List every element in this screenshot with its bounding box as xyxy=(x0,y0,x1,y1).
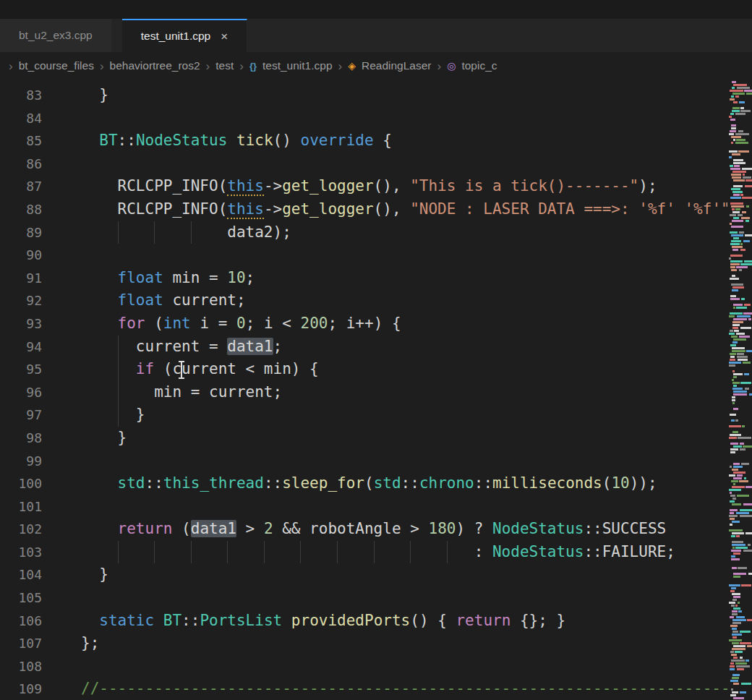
breadcrumb: ›bt_course_files›behaviortree_ros2›test›… xyxy=(0,52,752,80)
vscode-window: bt_u2_ex3.cpp test_unit1.cpp × ›bt_cours… xyxy=(0,0,752,700)
code-line-83[interactable]: 83 } xyxy=(0,84,727,107)
line-number: 106 xyxy=(0,610,42,633)
code-line-84[interactable]: 84 xyxy=(0,107,727,130)
line-number: 105 xyxy=(0,586,42,610)
breadcrumb-item-bt_course_files[interactable]: bt_course_files xyxy=(19,59,94,72)
code-line-108[interactable]: 108 xyxy=(0,655,727,678)
line-number: 83 xyxy=(0,84,42,107)
close-tab-icon[interactable]: × xyxy=(221,30,228,43)
indent-guide xyxy=(118,541,119,564)
code-line-90[interactable]: 90 xyxy=(0,244,727,267)
indent-guide xyxy=(447,541,448,564)
indent-guide xyxy=(118,381,119,404)
line-number: 84 xyxy=(0,107,42,130)
cpp-file-icon: {} xyxy=(249,61,257,71)
class-icon: ◈ xyxy=(348,61,356,71)
code-line-99[interactable]: 99 xyxy=(0,450,727,473)
line-number: 88 xyxy=(0,198,42,221)
code-line-107[interactable]: 107}; xyxy=(0,632,727,655)
chevron-right-icon: › xyxy=(338,60,343,72)
code-line-100[interactable]: 100 std::this_thread::sleep_for(std::chr… xyxy=(0,472,727,495)
indent-guide xyxy=(337,541,338,564)
tab-label: bt_u2_ex3.cpp xyxy=(19,29,93,42)
line-number: 101 xyxy=(0,495,42,518)
indent-guide xyxy=(118,404,119,427)
tab-bt_u2_ex3[interactable]: bt_u2_ex3.cpp xyxy=(0,19,112,52)
breadcrumb-item-test[interactable]: test xyxy=(215,59,234,72)
code-line-97[interactable]: 97 } xyxy=(0,404,727,427)
breadcrumb-item-topic_c[interactable]: topic_c xyxy=(461,59,497,72)
line-number: 90 xyxy=(0,244,42,267)
code-line-98[interactable]: 98 } xyxy=(0,427,727,450)
line-number: 92 xyxy=(0,289,42,312)
code-line-85[interactable]: 85 BT::NodeStatus tick() override { xyxy=(0,129,727,153)
indent-guide xyxy=(118,221,119,244)
line-number: 86 xyxy=(0,153,42,176)
minimap[interactable] xyxy=(727,80,752,700)
code-line-96[interactable]: 96 min = current; xyxy=(0,381,727,404)
indent-guide xyxy=(264,541,265,564)
line-number: 104 xyxy=(0,563,42,586)
line-number: 108 xyxy=(0,655,42,678)
code-line-104[interactable]: 104 } xyxy=(0,563,727,586)
code-line-86[interactable]: 86 xyxy=(0,153,727,176)
code-line-109[interactable]: 109//-----------------------------------… xyxy=(0,678,727,700)
line-number: 93 xyxy=(0,312,42,336)
code-line-92[interactable]: 92 float current; xyxy=(0,289,727,312)
line-number: 107 xyxy=(0,632,42,655)
code-line-105[interactable]: 105 xyxy=(0,586,727,610)
line-number: 94 xyxy=(0,336,42,359)
code-line-87[interactable]: 87 RCLCPP_INFO(this->get_logger(), "This… xyxy=(0,175,727,198)
indent-guide xyxy=(118,358,119,381)
code-line-103[interactable]: 103 : NodeStatus::FAILURE; xyxy=(0,541,727,564)
line-number: 103 xyxy=(0,541,42,564)
indent-guide xyxy=(191,221,192,244)
line-number: 98 xyxy=(0,427,42,450)
chevron-right-icon: › xyxy=(437,60,442,72)
indent-guide xyxy=(154,541,155,564)
indent-guide xyxy=(300,541,301,564)
code-line-102[interactable]: 102 return (data1 > 2 && robotAngle > 18… xyxy=(0,518,727,541)
line-number: 87 xyxy=(0,175,42,198)
code-line-106[interactable]: 106 static BT::PortsList providedPorts()… xyxy=(0,610,727,633)
line-number: 109 xyxy=(0,678,42,700)
chevron-right-icon: › xyxy=(239,60,244,72)
code-area[interactable]: 83 }8485 BT::NodeStatus tick() override … xyxy=(0,80,727,700)
indent-guide xyxy=(118,336,119,359)
breadcrumb-item-behaviortree_ros2[interactable]: behaviortree_ros2 xyxy=(110,59,200,72)
line-number: 102 xyxy=(0,518,42,541)
code-line-88[interactable]: 88 RCLCPP_INFO(this->get_logger(), "NODE… xyxy=(0,198,727,221)
chevron-right-icon: › xyxy=(206,60,210,72)
field-icon: ◎ xyxy=(447,61,456,71)
indent-guide xyxy=(191,541,192,564)
line-number: 91 xyxy=(0,267,42,290)
line-number: 99 xyxy=(0,450,42,473)
code-line-94[interactable]: 94 current = data1; xyxy=(0,336,727,359)
line-number: 89 xyxy=(0,221,42,244)
title-bar xyxy=(0,0,752,19)
line-number: 100 xyxy=(0,472,42,495)
line-number: 85 xyxy=(0,129,42,153)
tab-bar: bt_u2_ex3.cpp test_unit1.cpp × xyxy=(0,19,752,52)
tab-test_unit1[interactable]: test_unit1.cpp × xyxy=(122,19,247,52)
code-line-91[interactable]: 91 float min = 10; xyxy=(0,267,727,290)
code-line-93[interactable]: 93 for (int i = 0; i < 200; i++) { xyxy=(0,312,727,336)
mouse-ibeam-cursor xyxy=(181,362,182,377)
line-number: 96 xyxy=(0,381,42,404)
editor: 83 }8485 BT::NodeStatus tick() override … xyxy=(0,80,752,700)
code-line-101[interactable]: 101 xyxy=(0,495,727,518)
indent-guide xyxy=(227,541,228,564)
code-line-89[interactable]: 89 data2); xyxy=(0,221,727,244)
line-number: 95 xyxy=(0,358,42,381)
tab-label: test_unit1.cpp xyxy=(141,30,211,43)
breadcrumb-item-ReadingLaser[interactable]: ReadingLaser xyxy=(362,59,432,72)
line-number: 97 xyxy=(0,404,42,427)
code-line-95[interactable]: 95 if (current < min) { xyxy=(0,358,727,381)
chevron-right-icon: › xyxy=(100,60,104,72)
indent-guide xyxy=(154,221,155,244)
indent-guide xyxy=(374,541,375,564)
chevron-right-icon: › xyxy=(9,60,13,72)
breadcrumb-item-test_unit1.cpp[interactable]: test_unit1.cpp xyxy=(262,59,333,72)
indent-guide xyxy=(410,541,411,564)
